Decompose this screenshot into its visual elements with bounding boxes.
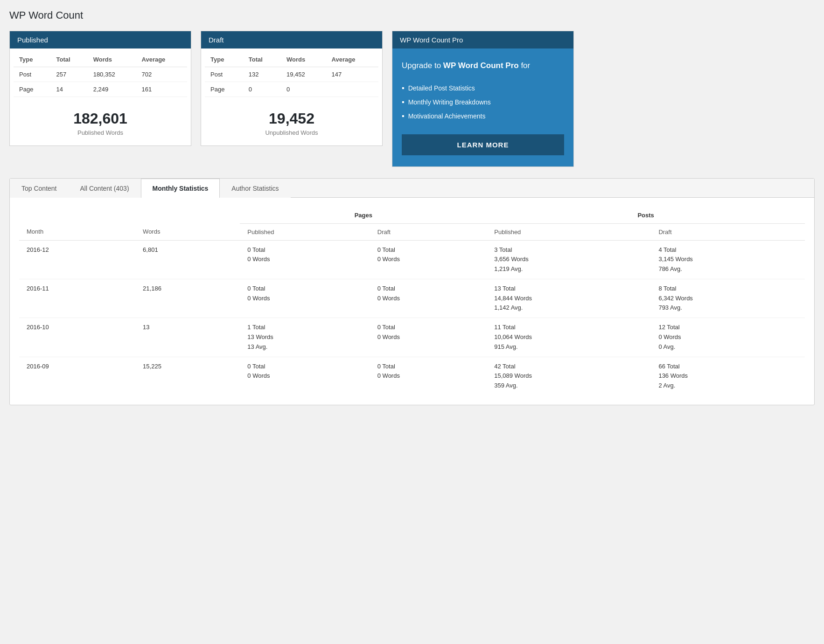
draft-col-type: Type	[205, 52, 243, 67]
cell-average	[326, 82, 378, 97]
draft-box: Draft Type Total Words Average Post 132 …	[201, 31, 383, 146]
table-row: 2016-12 6,801 0 Total0 Words 0 Total0 Wo…	[19, 240, 805, 279]
cell-pages-draft: 0 Total0 Words	[370, 357, 487, 395]
pro-box-body: Upgrade to WP Word Count Pro for Detaile…	[392, 48, 573, 166]
table-row: 2016-10 13 1 Total13 Words13 Avg. 0 Tota…	[19, 318, 805, 357]
upgrade-brand: WP Word Count Pro	[443, 61, 519, 70]
posts-group-header: Posts	[487, 207, 805, 224]
tab-all-content-403[interactable]: All Content (403)	[69, 179, 141, 198]
tab-top-content[interactable]: Top Content	[10, 179, 69, 198]
learn-more-button[interactable]: LEARN MORE	[402, 134, 564, 155]
cell-words: 6,801	[135, 240, 240, 279]
published-col-total: Total	[51, 52, 88, 67]
cell-pages-draft: 0 Total0 Words	[370, 240, 487, 279]
cell-type: Post	[205, 67, 243, 82]
draft-box-header: Draft	[201, 31, 382, 48]
cell-words: 13	[135, 318, 240, 357]
upgrade-text: Upgrade to WP Word Count Pro for	[402, 60, 564, 72]
pro-box: WP Word Count Pro Upgrade to WP Word Cou…	[392, 31, 574, 167]
published-col-words: Words	[88, 52, 136, 67]
tab-author-statistics[interactable]: Author Statistics	[220, 179, 290, 198]
cell-words: 180,352	[88, 67, 136, 82]
cell-pages-published: 0 Total0 Words	[240, 279, 370, 318]
published-col-type: Type	[14, 52, 51, 67]
cell-pages-published: 0 Total0 Words	[240, 357, 370, 395]
cell-total: 14	[51, 82, 88, 97]
cell-posts-published: 3 Total3,656 Words1,219 Avg.	[487, 240, 651, 279]
cell-month: 2016-10	[19, 318, 135, 357]
sub-words: Words	[135, 223, 240, 240]
draft-footer: 19,452 Unpublished Words	[201, 101, 382, 145]
cell-pages-draft: 0 Total0 Words	[370, 279, 487, 318]
cell-posts-draft: 12 Total0 Words0 Avg.	[651, 318, 805, 357]
published-box: Published Type Total Words Average Post …	[9, 31, 191, 146]
cell-words: 0	[281, 82, 326, 97]
pro-box-header: WP Word Count Pro	[392, 31, 573, 48]
draft-col-total: Total	[243, 52, 281, 67]
cell-posts-published: 42 Total15,089 Words359 Avg.	[487, 357, 651, 395]
sub-posts-draft: Draft	[651, 223, 805, 240]
cell-posts-published: 13 Total14,844 Words1,142 Avg.	[487, 279, 651, 318]
cell-posts-published: 11 Total10,064 Words915 Avg.	[487, 318, 651, 357]
draft-table: Type Total Words Average Post 132 19,452…	[201, 48, 382, 101]
cell-pages-published: 1 Total13 Words13 Avg.	[240, 318, 370, 357]
cell-words: 15,225	[135, 357, 240, 395]
published-big-number: 182,601	[19, 110, 182, 127]
table-row: Post 132 19,452 147	[205, 67, 378, 82]
table-row: Post 257 180,352 702	[14, 67, 187, 82]
cell-month: 2016-09	[19, 357, 135, 395]
table-row: 2016-09 15,225 0 Total0 Words 0 Total0 W…	[19, 357, 805, 395]
col-words-header	[135, 207, 240, 224]
cell-type: Page	[205, 82, 243, 97]
cell-total: 132	[243, 67, 281, 82]
table-row: Page 0 0	[205, 82, 378, 97]
draft-col-average: Average	[326, 52, 378, 67]
tabs-section: Top ContentAll Content (403)Monthly Stat…	[9, 178, 815, 406]
published-footer: 182,601 Published Words	[10, 101, 191, 145]
top-section: Published Type Total Words Average Post …	[9, 31, 815, 167]
cell-words: 2,249	[88, 82, 136, 97]
monthly-table-container: Pages Posts Month Words Published Draft …	[10, 198, 814, 405]
draft-label: Unpublished Words	[210, 129, 373, 136]
page-title: WP Word Count	[9, 9, 815, 21]
cell-type: Post	[14, 67, 51, 82]
published-col-average: Average	[136, 52, 187, 67]
pro-features-list: Detailed Post StatisticsMonthly Writing …	[402, 81, 564, 123]
cell-total: 257	[51, 67, 88, 82]
cell-month: 2016-12	[19, 240, 135, 279]
cell-type: Page	[14, 82, 51, 97]
table-row: 2016-11 21,186 0 Total0 Words 0 Total0 W…	[19, 279, 805, 318]
cell-posts-draft: 8 Total6,342 Words793 Avg.	[651, 279, 805, 318]
col-month-header	[19, 207, 135, 224]
cell-posts-draft: 4 Total3,145 Words786 Avg.	[651, 240, 805, 279]
cell-pages-draft: 0 Total0 Words	[370, 318, 487, 357]
sub-posts-published: Published	[487, 223, 651, 240]
list-item: Motivational Achievements	[402, 109, 564, 123]
cell-words: 21,186	[135, 279, 240, 318]
sub-month: Month	[19, 223, 135, 240]
tab-bar: Top ContentAll Content (403)Monthly Stat…	[10, 179, 814, 198]
cell-average: 147	[326, 67, 378, 82]
cell-average: 702	[136, 67, 187, 82]
cell-month: 2016-11	[19, 279, 135, 318]
cell-pages-published: 0 Total0 Words	[240, 240, 370, 279]
published-label: Published Words	[19, 129, 182, 136]
sub-pages-published: Published	[240, 223, 370, 240]
published-table: Type Total Words Average Post 257 180,35…	[10, 48, 191, 101]
cell-words: 19,452	[281, 67, 326, 82]
sub-pages-draft: Draft	[370, 223, 487, 240]
draft-big-number: 19,452	[210, 110, 373, 127]
list-item: Detailed Post Statistics	[402, 81, 564, 95]
table-row: Page 14 2,249 161	[14, 82, 187, 97]
cell-total: 0	[243, 82, 281, 97]
pages-group-header: Pages	[240, 207, 487, 224]
tab-monthly-statistics[interactable]: Monthly Statistics	[141, 179, 220, 198]
cell-posts-draft: 66 Total136 Words2 Avg.	[651, 357, 805, 395]
list-item: Monthly Writing Breakdowns	[402, 95, 564, 109]
draft-col-words: Words	[281, 52, 326, 67]
cell-average: 161	[136, 82, 187, 97]
published-box-header: Published	[10, 31, 191, 48]
